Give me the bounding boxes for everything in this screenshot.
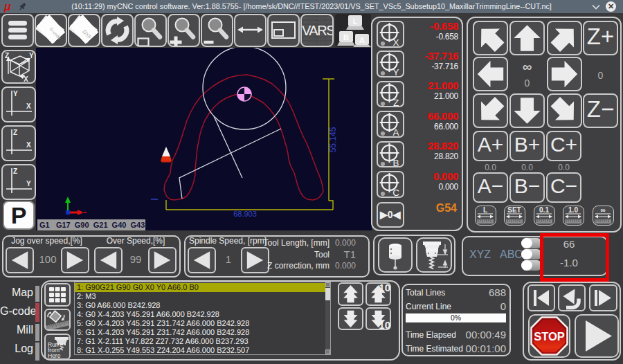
svg-text:Z: Z — [13, 167, 17, 175]
svg-text:Y: Y — [13, 90, 18, 98]
svg-text:Z: Z — [13, 129, 17, 136]
svg-text:L: L — [353, 17, 358, 26]
svg-text:Y: Y — [26, 180, 31, 188]
svg-text:L: L — [483, 206, 487, 214]
svg-text:X: X — [26, 102, 31, 110]
svg-text:68.903: 68.903 — [233, 210, 257, 218]
svg-text:X: X — [24, 75, 28, 82]
svg-text:0.1: 0.1 — [539, 206, 549, 214]
svg-text:STOP: STOP — [534, 330, 565, 343]
svg-text:55.145: 55.145 — [328, 127, 338, 152]
svg-text:SET: SET — [507, 206, 521, 214]
svg-text:∞: ∞ — [600, 206, 605, 214]
svg-text:A: A — [359, 36, 365, 44]
svg-text:1.0: 1.0 — [568, 206, 578, 214]
svg-text:B: B — [343, 33, 349, 42]
svg-text:X: X — [26, 141, 31, 149]
